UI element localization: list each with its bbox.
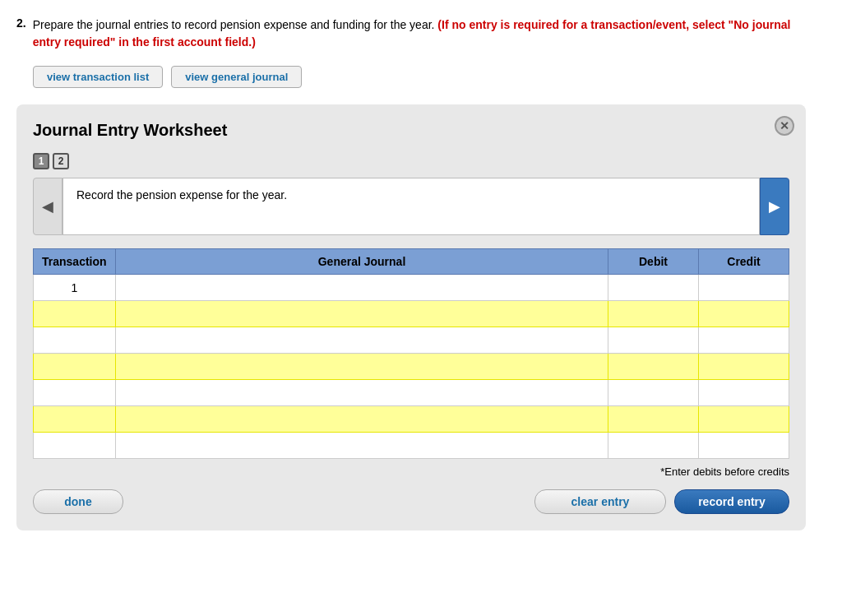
debit-input-4[interactable] xyxy=(608,354,698,379)
credit-input-6[interactable] xyxy=(699,406,789,432)
cell-general-1[interactable] xyxy=(116,275,608,301)
cell-credit-1[interactable] xyxy=(699,275,789,301)
general-input-7[interactable] xyxy=(116,433,608,458)
nav-left-button[interactable]: ◀ xyxy=(33,178,62,235)
question-header: 2. Prepare the journal entries to record… xyxy=(16,16,806,51)
debit-input-7[interactable] xyxy=(608,433,698,458)
cell-general-4[interactable] xyxy=(116,354,608,380)
journal-table: Transaction General Journal Debit Credit… xyxy=(33,248,789,459)
nav-description-row: ◀ Record the pension expense for the yea… xyxy=(33,178,789,235)
cell-credit-7[interactable] xyxy=(699,433,789,459)
credit-input-1[interactable] xyxy=(699,275,789,300)
cell-credit-4[interactable] xyxy=(699,354,789,380)
cell-transaction-5 xyxy=(34,380,116,406)
cell-transaction-1: 1 xyxy=(34,275,116,301)
cell-debit-2[interactable] xyxy=(608,301,699,327)
cell-credit-2[interactable] xyxy=(699,301,789,327)
table-header-row: Transaction General Journal Debit Credit xyxy=(34,249,789,275)
table-row xyxy=(34,354,789,380)
question-text: Prepare the journal entries to record pe… xyxy=(33,16,806,51)
cell-debit-6[interactable] xyxy=(608,406,699,433)
cell-credit-6[interactable] xyxy=(699,406,789,433)
question-main-text: Prepare the journal entries to record pe… xyxy=(33,18,435,31)
cell-debit-3[interactable] xyxy=(608,327,699,354)
cell-debit-7[interactable] xyxy=(608,433,699,459)
record-entry-button[interactable]: record entry xyxy=(674,489,789,514)
credit-input-7[interactable] xyxy=(699,433,789,458)
cell-debit-5[interactable] xyxy=(608,380,699,406)
hint-text: *Enter debits before credits xyxy=(33,465,789,478)
general-input-3[interactable] xyxy=(116,327,608,353)
bottom-buttons-row: done clear entry record entry xyxy=(33,489,789,514)
cell-transaction-2 xyxy=(34,301,116,327)
header-debit: Debit xyxy=(608,249,699,275)
credit-input-3[interactable] xyxy=(699,327,789,353)
worksheet-title: Journal Entry Worksheet xyxy=(33,121,789,140)
cell-general-3[interactable] xyxy=(116,327,608,354)
debit-input-2[interactable] xyxy=(608,301,698,327)
header-transaction: Transaction xyxy=(34,249,116,275)
credit-input-4[interactable] xyxy=(699,354,789,379)
cell-general-7[interactable] xyxy=(116,433,608,459)
tab-2[interactable]: 2 xyxy=(53,153,69,169)
cell-transaction-3 xyxy=(34,327,116,354)
description-box: Record the pension expense for the year. xyxy=(62,178,760,235)
table-row xyxy=(34,301,789,327)
cell-credit-5[interactable] xyxy=(699,380,789,406)
done-button[interactable]: done xyxy=(33,489,123,514)
cell-debit-4[interactable] xyxy=(608,354,699,380)
general-input-1[interactable] xyxy=(116,275,608,300)
view-transaction-list-button[interactable]: view transaction list xyxy=(33,66,163,88)
general-input-2[interactable] xyxy=(116,301,608,327)
cell-general-5[interactable] xyxy=(116,380,608,406)
credit-input-5[interactable] xyxy=(699,380,789,405)
debit-input-3[interactable] xyxy=(608,327,698,353)
clear-entry-button[interactable]: clear entry xyxy=(534,489,666,514)
nav-right-button[interactable]: ▶ xyxy=(760,178,789,235)
table-row xyxy=(34,380,789,406)
worksheet-container: Journal Entry Worksheet ✕ 1 2 ◀ Record t… xyxy=(16,104,806,530)
cell-transaction-7 xyxy=(34,433,116,459)
general-input-5[interactable] xyxy=(116,380,608,405)
debit-input-1[interactable] xyxy=(608,275,698,300)
general-input-4[interactable] xyxy=(116,354,608,379)
tab-row: 1 2 xyxy=(33,153,789,169)
cell-general-6[interactable] xyxy=(116,406,608,433)
debit-input-6[interactable] xyxy=(608,406,698,432)
table-row: 1 xyxy=(34,275,789,301)
header-credit: Credit xyxy=(699,249,789,275)
general-input-6[interactable] xyxy=(116,406,608,432)
cell-transaction-6 xyxy=(34,406,116,433)
header-general-journal: General Journal xyxy=(116,249,608,275)
table-row xyxy=(34,406,789,433)
question-number: 2. xyxy=(16,16,26,30)
cell-general-2[interactable] xyxy=(116,301,608,327)
view-general-journal-button[interactable]: view general journal xyxy=(171,66,302,88)
cell-debit-1[interactable] xyxy=(608,275,699,301)
tab-1[interactable]: 1 xyxy=(33,153,49,169)
close-button[interactable]: ✕ xyxy=(775,116,794,136)
cell-transaction-4 xyxy=(34,354,116,380)
cell-credit-3[interactable] xyxy=(699,327,789,354)
credit-input-2[interactable] xyxy=(699,301,789,327)
table-row xyxy=(34,433,789,459)
debit-input-5[interactable] xyxy=(608,380,698,405)
action-buttons-row: view transaction list view general journ… xyxy=(33,66,826,88)
table-row xyxy=(34,327,789,354)
